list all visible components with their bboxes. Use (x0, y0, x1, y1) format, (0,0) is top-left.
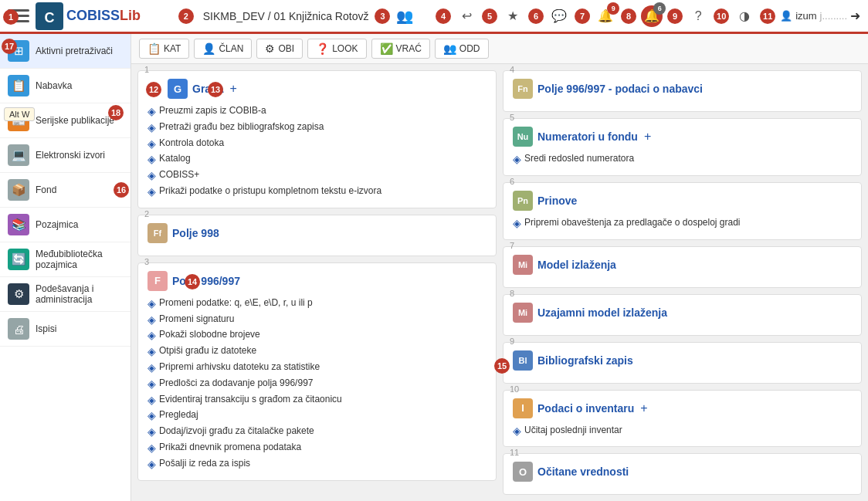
cobiss-logo-icon: C (36, 2, 63, 30)
module-add-gradja[interactable]: + (229, 82, 236, 96)
logout-icon[interactable]: ➜ (850, 8, 860, 23)
theme-button[interactable]: ◑ (734, 5, 755, 27)
odd-button[interactable]: 👥 ODD (435, 39, 489, 59)
favorites-button[interactable]: ★ (502, 5, 524, 27)
sidebar-item-ispisi[interactable]: 🖨 Ispisi (0, 312, 131, 347)
clan-button[interactable]: 👤 ČLAN (194, 39, 252, 59)
cobiss-text: COBISS (66, 8, 120, 24)
module-bibliografski: 9 Bl Bibliografski zapis (503, 342, 862, 384)
sidebar-item-podesavanja[interactable]: ⚙ Podešavanja i administracija (0, 277, 131, 312)
sidebar-item-pozajmica[interactable]: 📚 Pozajmica (0, 208, 131, 242)
chat-button[interactable]: 💬 (548, 5, 570, 27)
list-item[interactable]: ◈Prikaži dnevnik promena podataka (147, 440, 487, 456)
module-letter-i: I (513, 398, 533, 418)
module-letter-mi7: Mi (513, 255, 533, 275)
look-button[interactable]: ❓ LOOK (307, 39, 366, 59)
module-5-header: Nu Numeratori u fondu + (513, 127, 852, 147)
annotation-10: 10 (714, 8, 729, 24)
list-item[interactable]: ◈Preuzmi zapis iz COBIB-a (147, 103, 487, 120)
module-num-8: 8 (510, 289, 514, 298)
annotation-9: 9 (667, 8, 683, 24)
notifications-button[interactable]: 🔔 9 (595, 5, 616, 27)
header: 1 C COBISS Lib 2 SIKMB_DEV / 01 Knjižnic… (0, 0, 868, 34)
vrac-button[interactable]: ✅ VRAĆ (371, 39, 430, 59)
annotation-16: 16 (114, 182, 129, 198)
module-grid: 1 12 13 G Građa + ◈Preuzmi zapis iz COBI… (131, 64, 868, 501)
list-item[interactable]: ◈Pokaži slobodne brojeve (147, 327, 487, 344)
module-title-8[interactable]: Uzajamni model izlaženja (537, 306, 667, 319)
alerts-badge: 6 (653, 2, 666, 15)
list-item[interactable]: ◈Evidentiraj transakciju s građom za čit… (147, 392, 487, 408)
module-num-3: 3 (144, 257, 149, 266)
module-add-10[interactable]: + (640, 401, 647, 415)
module-title-4[interactable]: Polje 996/997 - podaci o nabavci (537, 83, 703, 95)
history-button[interactable]: ↩ (456, 5, 477, 27)
header-icons: 4 ↩ 5 ★ 6 💬 7 🔔 9 8 🔔 6 9 ? 10 ◑ 11 👤 iz… (436, 5, 860, 27)
module-inventar: 10 I Podaci o inventaru + ◈Učitaj posled… (503, 390, 862, 448)
module-title-6[interactable]: Prinove (537, 195, 577, 207)
sidebar-item-medjubibl[interactable]: 🔄 Međubibliotečka pozajmica (0, 242, 131, 277)
list-item[interactable]: ◈Kontrola dotoka (147, 136, 487, 152)
lib-text: Lib (120, 8, 141, 24)
module-numeratori: 5 Nu Numeratori u fondu + ◈Sredi redosle… (503, 118, 862, 176)
left-column: 1 12 13 G Građa + ◈Preuzmi zapis iz COBI… (137, 70, 500, 495)
module-title-9[interactable]: Bibliografski zapis (537, 354, 633, 367)
module-letter-mi8: Mi (513, 303, 533, 323)
list-item[interactable]: ◈Pripremi obaveštenja za predlagače o do… (513, 215, 852, 232)
module-title-polje996[interactable]: Polje 996/997 (172, 275, 240, 287)
list-item[interactable]: ◈Katalog (147, 151, 487, 168)
list-item[interactable]: ◈Pošalji iz reda za ispis (147, 456, 487, 472)
sidebar-label-podesavanja: Podešavanja i administracija (36, 283, 123, 305)
user-menu[interactable]: 👤 izum j......... ➜ (780, 8, 860, 23)
kat-button[interactable]: 📋 KAT (139, 39, 189, 59)
module-4-header: Fn Polje 996/997 - podaci o nabavci (513, 79, 852, 99)
module-letter-bl: Bl (513, 350, 533, 371)
odd-label: ODD (459, 43, 480, 54)
module-title-7[interactable]: Model izlaženja (537, 259, 616, 271)
list-item[interactable]: ◈Pregledaj (147, 408, 487, 424)
module-add-5[interactable]: + (644, 130, 651, 144)
list-item[interactable]: ◈Otpiši građu iz datoteke (147, 344, 487, 360)
list-item[interactable]: ◈Prikaži podatke o pristupu kompletnom t… (147, 184, 487, 200)
module-letter-o: O (513, 462, 533, 482)
annotation-3: 3 (375, 8, 390, 24)
module-9-header: Bl Bibliografski zapis (513, 350, 852, 371)
sidebar-item-aktivni[interactable]: ⊞ Aktivni pretraživači (0, 34, 131, 69)
module-title-polje998[interactable]: Polje 998 (172, 227, 219, 239)
list-item[interactable]: ◈Promeni signaturu (147, 312, 487, 328)
module-num-4: 4 (510, 65, 514, 74)
clan-label: ČLAN (219, 43, 243, 54)
annotation-17: 17 (2, 39, 17, 54)
sidebar-label-aktivni: Aktivni pretraživači (36, 46, 113, 56)
kat-label: KAT (164, 43, 181, 54)
list-item[interactable]: ◈Promeni podatke: q, e\E, e\D, r, u ili … (147, 296, 487, 312)
annotation-1: 1 (3, 9, 19, 25)
look-label: LOOK (332, 43, 358, 54)
sidebar-icon-fond: 📦 (8, 179, 29, 201)
list-item[interactable]: ◈Predlošci za dodavanje polja 996/997 (147, 376, 487, 392)
obi-button[interactable]: ⚙ OBI (256, 39, 303, 59)
module-polje996-items: ◈Promeni podatke: q, e\E, e\D, r, u ili … (147, 296, 487, 472)
sidebar-tooltip: Alt W (4, 107, 35, 121)
list-item[interactable]: ◈Učitaj poslednji inventar (513, 423, 852, 439)
module-title-10[interactable]: Podaci o inventaru (537, 402, 634, 415)
alerts-button[interactable]: 🔔 6 (641, 5, 663, 27)
annotation-2: 2 (178, 8, 194, 24)
module-num-10: 10 (510, 384, 519, 394)
help-button[interactable]: ? (687, 5, 709, 27)
list-item[interactable]: ◈Dodaj/izvoji građu za čitalačke pakete (147, 424, 487, 440)
list-item[interactable]: ◈Pretraži građu bez bibliografskog zapis… (147, 120, 487, 136)
list-item[interactable]: ◈Sredi redosled numeratora (513, 151, 852, 168)
module-5-items: ◈Sredi redosled numeratora (513, 151, 852, 168)
notifications-badge: 9 (607, 2, 619, 15)
sidebar-label-medjubibl: Međubibliotečka pozajmica (36, 249, 123, 270)
module-title-5[interactable]: Numeratori u fondu (537, 130, 638, 143)
sidebar-item-nabavka[interactable]: 📋 Nabavka (0, 69, 131, 103)
sidebar-icon-elektronski: 💻 (8, 144, 29, 166)
sidebar-item-fond[interactable]: 📦 Fond 16 (0, 173, 131, 208)
list-item[interactable]: ◈ Pripremi arhivsku datoteku za statisti… (147, 360, 487, 376)
vrac-icon: ✅ (380, 42, 393, 55)
list-item[interactable]: ◈COBISS+ (147, 168, 487, 184)
sidebar-item-elektronski[interactable]: 💻 Elektronski izvori (0, 138, 131, 173)
module-title-11[interactable]: Očitane vrednosti (537, 465, 629, 478)
